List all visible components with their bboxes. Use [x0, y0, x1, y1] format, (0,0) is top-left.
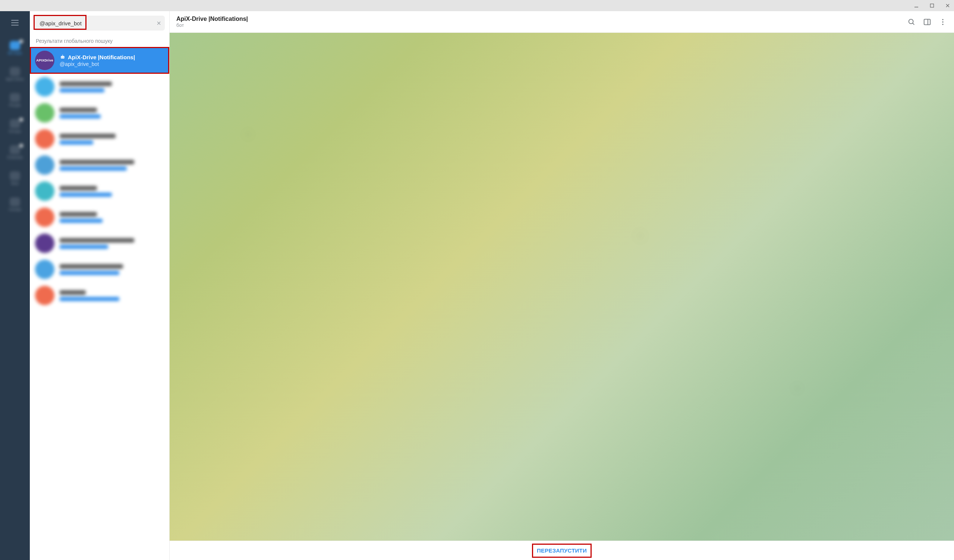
list-item[interactable]: [30, 74, 169, 100]
window-titlebar: [0, 0, 954, 11]
nav-item-folder-1[interactable]: ApiX-Drive: [0, 67, 30, 81]
nav-label: Groups: [9, 129, 21, 134]
sidepanel-icon[interactable]: [923, 17, 932, 26]
list-item[interactable]: [30, 152, 169, 178]
list-item[interactable]: [30, 282, 169, 308]
svg-rect-7: [61, 56, 64, 59]
svg-line-13: [913, 23, 914, 24]
avatar: APIXDrive: [35, 51, 55, 70]
search-result-selected[interactable]: APIXDrive ApiX-Drive |Notifications| @ap…: [30, 47, 169, 74]
search-box[interactable]: ×: [34, 16, 165, 31]
blurred-results: [30, 74, 169, 560]
svg-point-16: [942, 19, 943, 20]
nav-item-bots[interactable]: Bots: [0, 171, 30, 185]
list-item[interactable]: [30, 256, 169, 282]
nav-item-channels[interactable]: Channels: [0, 145, 30, 159]
menu-icon[interactable]: [10, 18, 20, 29]
svg-point-18: [942, 23, 943, 25]
window-maximize-icon[interactable]: [929, 2, 935, 9]
list-item[interactable]: [30, 178, 169, 204]
chat-background: [170, 33, 954, 541]
svg-rect-1: [931, 4, 934, 8]
svg-point-9: [63, 57, 64, 58]
chat-list-panel: × Результати глобального пошуку APIXDriv…: [30, 11, 170, 560]
chat-title: ApiX-Drive |Notifications|: [176, 16, 248, 22]
nav-label: Channels: [7, 156, 23, 159]
nav-item-unread[interactable]: Unread: [0, 198, 30, 212]
nav-label: Unread: [9, 207, 21, 212]
window-close-icon[interactable]: [944, 2, 951, 9]
nav-label: Bots: [11, 182, 19, 185]
chat-header[interactable]: ApiX-Drive |Notifications| бот: [170, 11, 954, 33]
chat-footer: ПЕРЕЗАПУСТИТИ: [170, 541, 954, 560]
search-icon[interactable]: [907, 17, 916, 26]
nav-label: All chats: [8, 51, 22, 55]
restart-button[interactable]: ПЕРЕЗАПУСТИТИ: [530, 544, 594, 557]
nav-item-groups[interactable]: Groups: [0, 119, 30, 134]
svg-point-17: [942, 21, 943, 22]
svg-point-12: [909, 19, 913, 23]
search-input[interactable]: [39, 20, 150, 26]
nav-label: ApiX-Drive: [6, 77, 24, 81]
list-item[interactable]: [30, 204, 169, 230]
chat-view: ApiX-Drive |Notifications| бот ПЕРЕЗАПУС…: [170, 11, 954, 560]
result-username: @apix_drive_bot: [60, 61, 135, 67]
more-icon[interactable]: [938, 17, 947, 26]
clear-search-icon[interactable]: ×: [157, 19, 161, 27]
nav-rail: All chats ApiX-Drive People Groups Chann…: [0, 11, 30, 560]
list-item[interactable]: [30, 100, 169, 126]
list-item[interactable]: [30, 126, 169, 152]
result-title: ApiX-Drive |Notifications|: [68, 54, 135, 61]
svg-rect-14: [924, 19, 931, 25]
nav-item-people[interactable]: People: [0, 93, 30, 107]
svg-point-11: [62, 55, 63, 56]
nav-label: People: [9, 103, 20, 107]
window-minimize-icon[interactable]: [913, 2, 920, 9]
nav-item-all-chats[interactable]: All chats: [0, 41, 30, 55]
bot-icon: [60, 54, 65, 60]
global-results-label: Результати глобального пошуку: [30, 35, 169, 47]
svg-point-8: [61, 57, 62, 58]
list-item[interactable]: [30, 230, 169, 256]
chat-subtitle: бот: [176, 22, 248, 28]
